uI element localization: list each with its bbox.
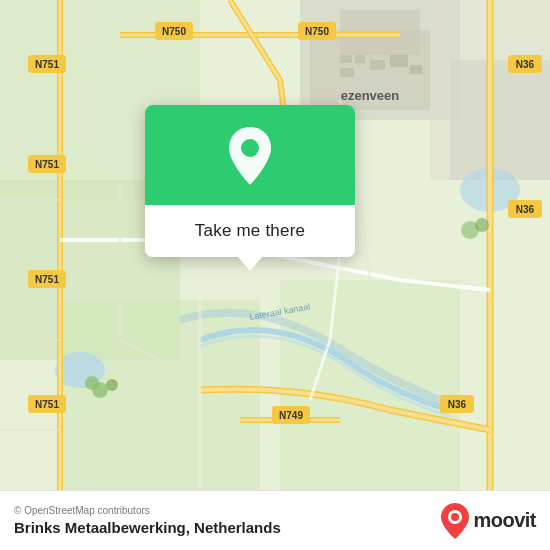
osm-attribution: © OpenStreetMap contributors (14, 505, 281, 516)
svg-text:N750: N750 (162, 26, 186, 37)
svg-rect-42 (370, 60, 385, 70)
svg-text:N36: N36 (448, 399, 467, 410)
svg-point-38 (475, 218, 489, 232)
svg-rect-41 (340, 68, 354, 77)
moovit-pin-icon (441, 503, 469, 539)
svg-text:N749: N749 (279, 410, 303, 421)
svg-point-35 (106, 379, 118, 391)
svg-text:N751: N751 (35, 159, 59, 170)
svg-text:ezenveen: ezenveen (341, 88, 400, 103)
svg-rect-40 (355, 55, 365, 63)
footer-info: © OpenStreetMap contributors Brinks Meta… (14, 505, 281, 536)
svg-text:N36: N36 (516, 59, 535, 70)
popup-tail (238, 257, 262, 271)
svg-rect-43 (390, 55, 408, 67)
map-container[interactable]: N750 N750 N36 N36 N36 N751 N751 N751 N75… (0, 0, 550, 490)
svg-text:N36: N36 (516, 204, 535, 215)
footer: © OpenStreetMap contributors Brinks Meta… (0, 490, 550, 550)
svg-text:N751: N751 (35, 274, 59, 285)
svg-rect-5 (450, 60, 550, 180)
place-name: Brinks Metaalbewerking, Netherlands (14, 519, 281, 536)
svg-point-47 (451, 513, 459, 521)
moovit-logo: moovit (441, 503, 536, 539)
moovit-brand-text: moovit (473, 509, 536, 532)
location-pin-icon (225, 127, 275, 187)
svg-rect-39 (340, 55, 352, 63)
svg-rect-44 (410, 65, 422, 74)
svg-text:N750: N750 (305, 26, 329, 37)
svg-rect-8 (60, 300, 260, 490)
svg-point-45 (241, 139, 259, 157)
svg-text:N751: N751 (35, 399, 59, 410)
take-me-there-button[interactable]: Take me there (145, 205, 355, 257)
svg-text:N751: N751 (35, 59, 59, 70)
popup-card: Take me there (145, 105, 355, 257)
popup-header (145, 105, 355, 205)
svg-point-36 (85, 376, 99, 390)
